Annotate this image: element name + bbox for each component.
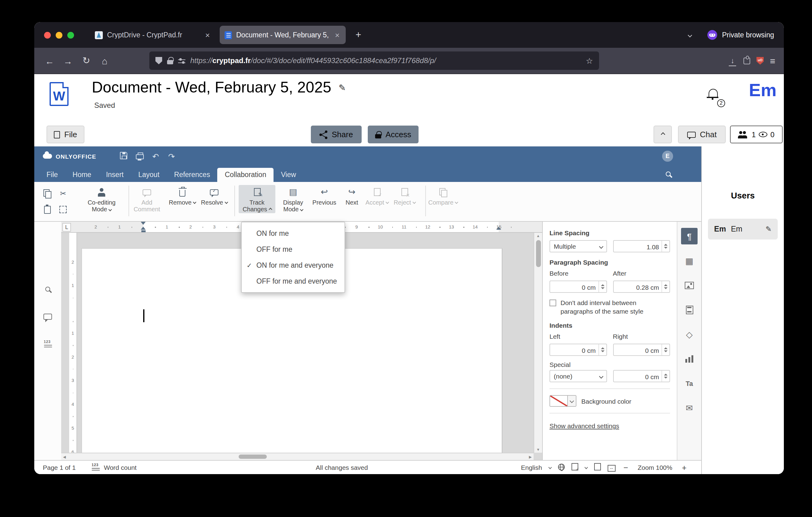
extensions-icon[interactable] xyxy=(744,57,750,64)
edit-title-icon[interactable]: ✎ xyxy=(339,82,346,92)
close-window-button[interactable] xyxy=(44,31,51,38)
background-color-swatch[interactable] xyxy=(550,396,567,406)
indent-left-spinner[interactable]: 0 cm xyxy=(550,344,607,356)
collapse-toolbar-button[interactable] xyxy=(654,126,672,143)
url-text[interactable]: https://cryptpad.fr/doc/#/3/doc/edit/ff0… xyxy=(190,56,581,65)
close-tab-icon[interactable]: × xyxy=(334,30,341,39)
close-tab-icon[interactable]: × xyxy=(204,30,211,39)
user-avatar[interactable]: Em xyxy=(749,80,777,101)
mailmerge-icon[interactable]: ✉ xyxy=(681,399,698,416)
spacing-before-spinner[interactable]: 0 cm xyxy=(550,280,607,293)
word-count-button[interactable]: Word count xyxy=(91,464,137,471)
track-changes-button[interactable]: Track Changes xyxy=(239,185,276,213)
line-spacing-select[interactable]: Multiple xyxy=(550,240,607,252)
forward-icon[interactable]: → xyxy=(59,55,77,66)
bookmark-star-icon[interactable]: ☆ xyxy=(586,56,593,65)
tab-document[interactable]: Document - Wed, February 5, 2 × xyxy=(220,26,346,44)
add-comment-button[interactable]: Add Comment xyxy=(128,185,165,213)
undo-button[interactable]: ↶ xyxy=(148,152,164,161)
tracking-protection-shield-icon[interactable] xyxy=(155,57,162,64)
share-button[interactable]: Share xyxy=(311,126,361,143)
permissions-icon[interactable] xyxy=(178,58,185,64)
advanced-settings-link[interactable]: Show advanced settings xyxy=(550,423,619,430)
textart-settings-icon[interactable]: Ta xyxy=(681,375,698,391)
table-settings-icon[interactable]: ▦ xyxy=(681,252,698,269)
presence-counter[interactable]: 1 0 xyxy=(730,126,783,143)
resolve-button[interactable]: Resolve xyxy=(196,185,233,206)
zoom-out-button[interactable]: − xyxy=(622,463,629,472)
tab-home[interactable]: Home xyxy=(65,168,98,182)
minimize-window-button[interactable] xyxy=(56,31,62,38)
vertical-scroll-thumb[interactable] xyxy=(536,240,541,267)
shape-settings-icon[interactable]: ◇ xyxy=(681,326,698,343)
menu-item-off-for-me[interactable]: OFF for me xyxy=(242,241,345,257)
left-indent-marker[interactable] xyxy=(141,230,145,232)
edit-user-icon[interactable]: ✎ xyxy=(765,225,772,234)
editor-user-badge[interactable]: E xyxy=(662,151,673,162)
special-indent-spinner[interactable]: 0 cm xyxy=(613,370,670,383)
copy-icon[interactable] xyxy=(40,187,54,200)
list-all-tabs-icon[interactable] xyxy=(688,29,692,40)
paste-icon[interactable] xyxy=(40,203,54,216)
hanging-indent-marker[interactable] xyxy=(141,224,146,230)
zoom-level[interactable]: Zoom 100% xyxy=(636,464,674,471)
document-title[interactable]: Document - Wed, February 5, 2025 xyxy=(92,78,331,96)
user-list-item[interactable]: Em Em ✎ xyxy=(708,219,778,240)
document-language-icon[interactable] xyxy=(558,463,565,471)
access-button[interactable]: Access xyxy=(368,126,418,143)
fit-page-icon[interactable] xyxy=(594,463,601,472)
notifications-bell[interactable]: 2 xyxy=(707,88,723,106)
select-all-icon[interactable] xyxy=(56,203,70,216)
reload-icon[interactable]: ↻ xyxy=(77,55,95,66)
tab-view[interactable]: View xyxy=(273,168,303,182)
file-button[interactable]: File xyxy=(47,126,84,143)
scroll-right-icon[interactable]: ▶ xyxy=(527,455,533,459)
tab-references[interactable]: References xyxy=(167,168,218,182)
tab-file[interactable]: File xyxy=(39,168,65,182)
fit-width-icon[interactable]: ↔ xyxy=(608,463,616,472)
menu-hamburger-icon[interactable]: ≡ xyxy=(770,55,775,66)
new-tab-button[interactable]: + xyxy=(353,29,364,40)
connection-lock-icon[interactable] xyxy=(167,60,173,64)
tab-collaboration[interactable]: Collaboration xyxy=(218,168,274,182)
maximize-window-button[interactable] xyxy=(67,31,74,38)
downloads-icon[interactable]: ↓ xyxy=(728,56,737,65)
language-selector[interactable]: English xyxy=(521,464,542,471)
spellcheck-icon[interactable] xyxy=(572,463,578,472)
scroll-down-icon[interactable]: ▼ xyxy=(536,448,540,452)
comments-icon[interactable] xyxy=(44,311,52,322)
print-button[interactable] xyxy=(132,152,148,161)
save-button[interactable] xyxy=(116,152,132,161)
zoom-in-button[interactable]: + xyxy=(681,463,688,472)
back-icon[interactable]: ← xyxy=(40,55,59,66)
navigation-headings-icon[interactable] xyxy=(44,339,52,350)
horizontal-scrollbar[interactable]: ◀ ▶ xyxy=(61,453,533,460)
line-spacing-spinner[interactable]: 1.08 xyxy=(613,240,670,252)
cut-icon[interactable]: ✂ xyxy=(56,187,70,200)
url-bar[interactable]: https://cryptpad.fr/doc/#/3/doc/edit/ff0… xyxy=(149,51,599,70)
vertical-scrollbar[interactable]: ▲ ▼ xyxy=(533,233,542,453)
chat-button[interactable]: Chat xyxy=(678,126,726,143)
tab-insert[interactable]: Insert xyxy=(98,168,131,182)
chart-settings-icon[interactable] xyxy=(681,350,698,367)
ublock-icon[interactable]: uO xyxy=(756,57,764,65)
find-icon[interactable] xyxy=(45,283,50,294)
horizontal-scroll-thumb[interactable] xyxy=(239,455,267,459)
tab-cryptdrive[interactable]: CryptDrive - CryptPad.fr × xyxy=(90,26,216,44)
indent-right-spinner[interactable]: 0 cm xyxy=(613,344,670,356)
spacing-after-spinner[interactable]: 0.28 cm xyxy=(613,280,670,293)
menu-item-off-for-everyone[interactable]: OFF for me and everyone xyxy=(242,273,345,289)
compare-button[interactable]: Compare xyxy=(425,185,461,206)
page-indicator[interactable]: Page 1 of 1 xyxy=(43,464,76,471)
paragraph-settings-icon[interactable]: ¶ xyxy=(681,228,698,244)
background-color-picker[interactable] xyxy=(550,396,576,407)
home-icon[interactable]: ⌂ xyxy=(95,55,114,66)
menu-item-on-for-everyone[interactable]: ✓ON for me and everyone xyxy=(242,257,345,273)
scroll-left-icon[interactable]: ◀ xyxy=(61,455,68,459)
image-settings-icon[interactable] xyxy=(681,277,698,293)
reject-button[interactable]: Reject xyxy=(386,185,423,206)
coediting-mode-button[interactable]: Co-editing Mode xyxy=(83,185,120,213)
tab-stop-selector[interactable]: L xyxy=(62,223,71,232)
no-interval-checkbox[interactable] xyxy=(550,300,556,306)
tab-layout[interactable]: Layout xyxy=(131,168,167,182)
